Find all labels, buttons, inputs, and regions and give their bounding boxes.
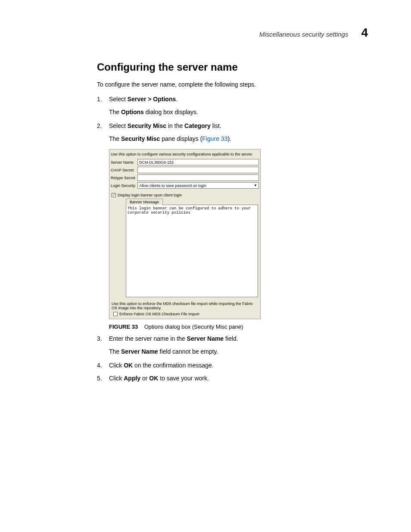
login-security-row: Login Security Allow clients to save pas… (111, 182, 259, 189)
retype-secret-row: Retype Secret (111, 174, 259, 181)
chap-secret-row: CHAP Secret (111, 167, 259, 173)
page-heading: Configuring the server name (97, 61, 355, 73)
figure-caption-text: Options dialog box (Security Misc pane) (144, 324, 243, 330)
md5-checkbox-label: Enforce Fabric OS MD5 Checksum File Impo… (119, 312, 199, 316)
step-number: 4. (97, 362, 109, 372)
step-text: . (176, 96, 177, 103)
login-security-value: Allow clients to save password on login (139, 184, 206, 188)
retype-secret-label: Retype Secret (111, 176, 137, 180)
security-misc-pane: Use this option to configure various sec… (109, 149, 261, 319)
retype-secret-input[interactable] (137, 174, 259, 181)
step-2-result: The Security Misc pane displays (Figure … (109, 135, 355, 142)
step-5: 5. Click Apply or OK to save your work. (97, 375, 355, 385)
chevron-down-icon: ▼ (254, 184, 257, 187)
intro-text: To configure the server name, complete t… (97, 81, 355, 88)
figure-reference-link[interactable]: Figure 33 (202, 135, 227, 142)
step-text: Select (109, 96, 128, 103)
section-title: Miscellaneous security settings (259, 31, 349, 38)
step-1: 1. Select Server > Options. (97, 96, 355, 106)
login-security-dropdown[interactable]: Allow clients to save password on login … (137, 182, 259, 189)
banner-message-tab[interactable]: Banner Message (126, 199, 163, 205)
step-number: 5. (97, 375, 109, 385)
banner-message-textarea[interactable]: This login banner can be configured to a… (126, 205, 258, 297)
chap-secret-input[interactable] (137, 167, 259, 173)
md5-checkbox-row: Enforce Fabric OS MD5 Checksum File Impo… (113, 312, 259, 316)
display-banner-checkbox-row: ✓ Display login banner upon client login (112, 193, 259, 197)
step-number: 2. (97, 122, 109, 133)
server-name-input[interactable] (137, 159, 259, 165)
step-3: 3. Enter the server name in the Server N… (97, 335, 355, 345)
server-name-label: Server Name (111, 160, 137, 165)
step-bold: Server > Options (128, 96, 176, 103)
step-number: 1. (97, 96, 109, 106)
figure-33: Use this option to configure various sec… (109, 149, 355, 330)
figure-caption: FIGURE 33 Options dialog box (Security M… (109, 324, 355, 330)
step-1-result: The Options dialog box displays. (109, 109, 355, 115)
page-header: Miscellaneous security settings 4 (26, 26, 385, 40)
figure-label: FIGURE 33 (109, 324, 138, 330)
step-3-result: The Server Name field cannot be empty. (109, 348, 355, 355)
chap-secret-label: CHAP Secret (111, 168, 137, 172)
step-2: 2. Select Security Misc in the Category … (97, 122, 355, 133)
step-4: 4. Click OK on the confirmation message. (97, 362, 355, 372)
chapter-number: 4 (361, 26, 368, 40)
login-security-label: Login Security (111, 184, 137, 188)
step-number: 3. (97, 335, 109, 345)
md5-description: Use this option to enforce the MD5 check… (112, 302, 258, 310)
md5-checkbox[interactable] (113, 312, 118, 316)
pane-description: Use this option to configure various sec… (111, 152, 259, 156)
display-banner-checkbox[interactable]: ✓ (112, 193, 116, 197)
display-banner-label: Display login banner upon client login (118, 193, 182, 197)
server-name-row: Server Name (111, 159, 259, 165)
